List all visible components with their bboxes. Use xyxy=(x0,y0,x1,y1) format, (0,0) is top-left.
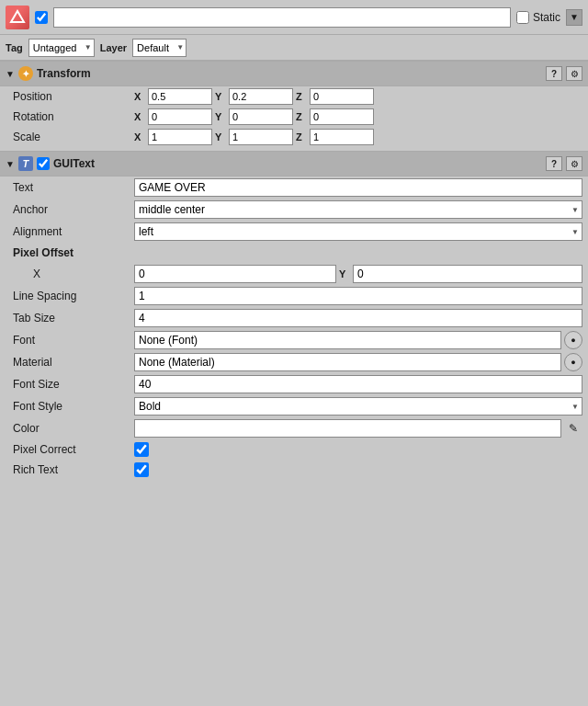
position-label: Position xyxy=(6,90,134,103)
line-spacing-input[interactable] xyxy=(134,287,582,305)
pixel-offset-label: Pixel Offset xyxy=(6,246,74,259)
text-input[interactable] xyxy=(134,178,582,197)
scale-y-input[interactable] xyxy=(229,129,293,145)
material-row: Material ● xyxy=(6,351,582,373)
line-spacing-row: Line Spacing xyxy=(6,285,582,307)
guitext-gear-button[interactable]: ⚙ xyxy=(566,156,582,171)
text-label: Text xyxy=(6,181,134,194)
alignment-select[interactable]: left xyxy=(134,222,582,241)
text-row: Text xyxy=(6,176,582,199)
pos-y-label: Y xyxy=(215,91,226,102)
font-style-select[interactable]: Bold Normal Italic Bold Italic xyxy=(134,397,582,416)
tag-select[interactable]: Untagged xyxy=(28,39,95,57)
font-style-label: Font Style xyxy=(6,400,134,413)
pixel-correct-label: Pixel Correct xyxy=(6,443,134,456)
rotation-row: Rotation X Y Z xyxy=(6,107,582,127)
scale-z-label: Z xyxy=(296,131,307,142)
transform-icon: ✦ xyxy=(18,66,33,81)
guitext-props: Text Anchor middle center Alignment left… xyxy=(0,176,588,484)
color-field[interactable] xyxy=(134,419,561,438)
guitext-section-title: GUIText xyxy=(53,157,542,170)
pos-z-label: Z xyxy=(296,91,307,102)
top-bar: Game Over Text Static ▼ xyxy=(0,0,588,35)
position-values: X Y Z xyxy=(134,88,582,105)
rot-y-label: Y xyxy=(215,111,226,122)
anchor-select[interactable]: middle center xyxy=(134,200,582,219)
rich-text-values xyxy=(134,462,582,477)
font-style-row: Font Style Bold Normal Italic Bold Itali… xyxy=(6,395,582,417)
font-select-button[interactable]: ● xyxy=(564,331,582,349)
guitext-section-header: ▼ T GUIText ? ⚙ xyxy=(0,151,588,176)
pixel-correct-checkbox[interactable] xyxy=(134,442,149,457)
guitext-collapse-arrow[interactable]: ▼ xyxy=(6,159,15,169)
rotation-z-input[interactable] xyxy=(310,108,374,125)
pixel-offset-header-row: Pixel Offset xyxy=(6,243,582,263)
font-input[interactable] xyxy=(134,331,561,349)
static-checkbox[interactable] xyxy=(516,11,529,24)
guitext-help-button[interactable]: ? xyxy=(546,156,562,171)
rich-text-label: Rich Text xyxy=(6,463,134,476)
anchor-dropdown-wrap[interactable]: middle center xyxy=(134,200,582,219)
font-field-wrap: ● xyxy=(134,331,582,349)
rotation-y-input[interactable] xyxy=(229,108,293,125)
rich-text-checkbox[interactable] xyxy=(134,462,149,477)
tab-size-row: Tab Size xyxy=(6,307,582,329)
tab-size-label: Tab Size xyxy=(6,312,134,325)
material-select-button[interactable]: ● xyxy=(564,353,582,371)
static-dropdown-arrow[interactable]: ▼ xyxy=(566,9,582,26)
layer-select-wrap[interactable]: Default xyxy=(132,39,187,57)
alignment-label: Alignment xyxy=(6,225,134,238)
color-edit-button[interactable]: ✎ xyxy=(564,419,582,438)
guitext-active-checkbox[interactable] xyxy=(37,157,50,170)
pixel-offset-y-input[interactable] xyxy=(353,265,582,283)
transform-props: Position X Y Z Rotation X Y Z Scale X Y xyxy=(0,86,588,151)
color-label: Color xyxy=(6,422,134,435)
object-name-input[interactable]: Game Over Text xyxy=(53,7,511,28)
position-row: Position X Y Z xyxy=(6,86,582,107)
transform-gear-button[interactable]: ⚙ xyxy=(566,66,582,81)
unity-logo xyxy=(6,6,29,29)
font-size-label: Font Size xyxy=(6,378,134,391)
position-y-input[interactable] xyxy=(229,88,293,105)
rotation-values: X Y Z xyxy=(134,108,582,125)
pixel-offset-x-label: X xyxy=(6,268,134,280)
scale-z-input[interactable] xyxy=(310,129,374,145)
font-label: Font xyxy=(6,334,134,347)
font-style-dropdown-wrap[interactable]: Bold Normal Italic Bold Italic xyxy=(134,397,582,416)
font-size-input[interactable] xyxy=(134,375,582,393)
material-input[interactable] xyxy=(134,353,561,371)
pixel-offset-x-input[interactable] xyxy=(134,265,336,283)
anchor-row: Anchor middle center xyxy=(6,199,582,221)
font-size-values xyxy=(134,375,582,393)
rotation-x-input[interactable] xyxy=(148,108,212,125)
layer-select[interactable]: Default xyxy=(132,39,187,57)
object-active-checkbox-wrap xyxy=(35,11,48,24)
scale-x-input[interactable] xyxy=(148,129,212,145)
alignment-dropdown-wrap[interactable]: left xyxy=(134,222,582,241)
position-x-input[interactable] xyxy=(148,88,212,105)
rot-x-label: X xyxy=(134,111,145,122)
pixel-offset-y-label: Y xyxy=(339,268,350,279)
font-size-row: Font Size xyxy=(6,373,582,395)
material-field-wrap: ● xyxy=(134,353,582,371)
static-label: Static xyxy=(533,11,560,24)
anchor-label: Anchor xyxy=(6,203,134,216)
rich-text-row: Rich Text xyxy=(6,460,582,480)
color-row: Color ✎ xyxy=(6,417,582,439)
scale-values: X Y Z xyxy=(134,129,582,145)
tab-size-input[interactable] xyxy=(134,309,582,327)
object-active-checkbox[interactable] xyxy=(35,11,48,24)
tag-select-wrap[interactable]: Untagged xyxy=(28,39,95,57)
scale-label: Scale xyxy=(6,131,134,143)
transform-section-header: ▼ ✦ Transform ? ⚙ xyxy=(0,61,588,86)
rot-z-label: Z xyxy=(296,111,307,122)
line-spacing-values xyxy=(134,287,582,305)
layer-label: Layer xyxy=(100,42,127,53)
pixel-correct-values xyxy=(134,442,582,457)
position-z-input[interactable] xyxy=(310,88,374,105)
transform-collapse-arrow[interactable]: ▼ xyxy=(6,69,15,79)
transform-help-button[interactable]: ? xyxy=(546,66,562,81)
pos-x-label: X xyxy=(134,91,145,102)
text-value-wrap xyxy=(134,178,582,197)
rotation-label: Rotation xyxy=(6,110,134,123)
